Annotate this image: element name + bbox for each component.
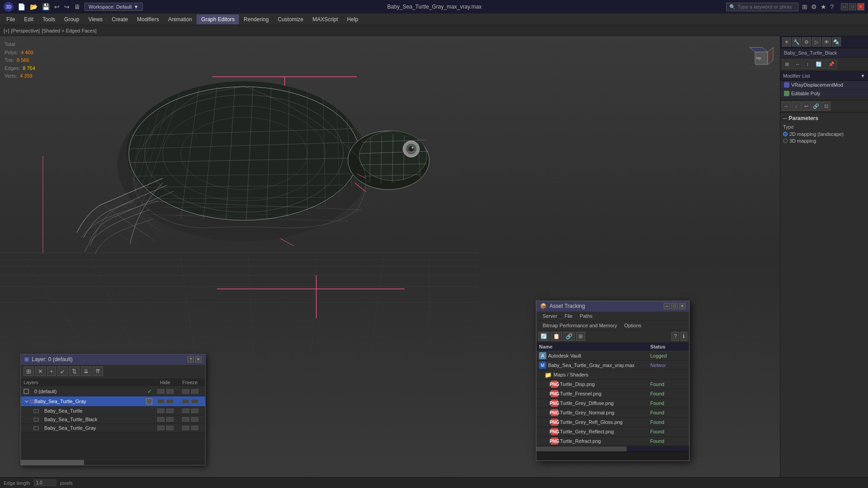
layer-tool-grid[interactable]: ⊞ <box>23 367 34 376</box>
menu-item-views[interactable]: Views <box>84 14 107 24</box>
asset-menu-server[interactable]: Server <box>539 312 561 320</box>
open-icon[interactable]: 📂 <box>28 2 39 11</box>
rp-mod-icon-2[interactable]: ↔ <box>793 60 803 69</box>
asset-restore-button[interactable]: □ <box>671 303 678 309</box>
layer-row-0[interactable]: 0 (default) ✓ <box>21 387 205 396</box>
freeze-box2[interactable] <box>191 409 198 413</box>
menu-item-create[interactable]: Create <box>107 14 132 24</box>
freeze-box2[interactable] <box>191 399 198 404</box>
layer-row-2[interactable]: Baby_Sea_Turtle <box>21 407 205 415</box>
rp-icon-modify[interactable]: 🔧 <box>792 37 801 46</box>
hide-box[interactable] <box>157 409 164 413</box>
rp-mod-icon-4[interactable]: 🔄 <box>813 60 825 69</box>
hide-box2[interactable] <box>166 399 174 404</box>
rp-icon-utilities[interactable]: 🔩 <box>832 37 841 46</box>
viewport[interactable]: Total Polys: 4 400 Tris: 8 566 Edges: 8 … <box>0 36 780 488</box>
params-collapse-icon[interactable]: ─ <box>783 115 787 121</box>
asset-row-refract[interactable]: PNG Turtle_Refract.png Found <box>536 437 689 446</box>
radio-3d-btn[interactable] <box>783 139 788 143</box>
undo-icon[interactable]: ↩ <box>53 2 61 11</box>
settings-icon[interactable]: ⚙ <box>810 2 818 11</box>
layer-scrollbar[interactable] <box>21 460 205 465</box>
asset-tool-1[interactable]: 🔄 <box>538 332 549 341</box>
radio-2d-btn[interactable] <box>783 132 788 136</box>
hide-box2[interactable] <box>166 417 174 422</box>
freeze-box[interactable] <box>182 409 189 413</box>
rp-icon-hierarchy[interactable]: ⚙ <box>802 37 811 46</box>
layer-tool-sort1[interactable]: ⇅ <box>69 367 80 376</box>
viewport-perspective[interactable]: [Perspective] <box>11 28 40 33</box>
asset-close-button[interactable]: ✕ <box>679 303 685 309</box>
asset-tool-2[interactable]: 📋 <box>551 332 562 341</box>
hide-box[interactable] <box>157 389 164 394</box>
modifier-list-dropdown[interactable]: Modifier List ▼ <box>780 71 868 81</box>
rp-bottom-icon-3[interactable]: ↩ <box>802 102 811 111</box>
menu-item-graph-editors[interactable]: Graph Editors <box>197 14 239 24</box>
asset-scrollbar[interactable] <box>536 446 689 451</box>
help-icon[interactable]: ? <box>829 2 835 11</box>
layer-tool-add[interactable]: + <box>47 367 56 376</box>
asset-tool-3[interactable]: 🔗 <box>563 332 575 341</box>
asset-tool-4[interactable]: ⊞ <box>576 332 585 341</box>
hide-box2[interactable] <box>166 409 174 413</box>
menu-item-rendering[interactable]: Rendering <box>239 14 273 24</box>
asset-row-normal[interactable]: PNG Turtle_Grey_Normal.png Found <box>536 408 689 418</box>
asset-row-reflgloss[interactable]: PNG Turtle_Grey_Refl_Gloss.png Found <box>536 418 689 427</box>
viewport-icon[interactable]: 🖥 <box>73 2 82 11</box>
modifier-vray[interactable]: VRayDisplacementMod <box>780 81 868 89</box>
menu-item-maxscript[interactable]: MAXScript <box>308 14 343 24</box>
freeze-box2[interactable] <box>191 426 198 430</box>
viewport-plus[interactable]: [+] <box>4 28 9 33</box>
rp-bottom-icon-1[interactable]: ↔ <box>782 102 791 111</box>
freeze-box[interactable] <box>182 426 189 430</box>
star-icon[interactable]: ★ <box>820 2 827 11</box>
menu-item-file[interactable]: File <box>2 14 19 24</box>
layer-close-button[interactable]: ✕ <box>195 356 202 363</box>
asset-row-disp[interactable]: PNG Turtle_Disp.png Found <box>536 380 689 389</box>
menu-item-animation[interactable]: Animation <box>164 14 197 24</box>
asset-row-fresnel[interactable]: PNG Turtle_Fresnel.png Found <box>536 389 689 399</box>
save-icon[interactable]: 💾 <box>41 2 51 11</box>
edge-length-input[interactable] <box>34 479 56 486</box>
hide-box[interactable] <box>157 399 164 404</box>
asset-row-max[interactable]: M Baby_Sea_Turtle_Gray_max_vray.max Netw… <box>536 361 689 370</box>
redo-icon[interactable]: ↪ <box>63 2 71 11</box>
freeze-box2[interactable] <box>191 389 198 394</box>
rp-mod-icon-1[interactable]: ⊞ <box>782 60 792 69</box>
modifier-editable-poly[interactable]: Editable Poly <box>780 89 868 98</box>
rp-icon-display[interactable]: 👁 <box>822 37 831 46</box>
maximize-button[interactable]: □ <box>849 3 856 10</box>
freeze-box2[interactable] <box>191 417 198 422</box>
menu-item-help[interactable]: Help <box>343 14 363 24</box>
rp-mod-icon-3[interactable]: ↕ <box>804 60 812 69</box>
asset-menu-file[interactable]: File <box>561 312 576 320</box>
hide-box[interactable] <box>157 417 164 422</box>
rp-bottom-icon-2[interactable]: ↕ <box>792 102 801 111</box>
rp-icon-motion[interactable]: ▷ <box>812 37 821 46</box>
layer-help-button[interactable]: ? <box>188 356 194 363</box>
rp-bottom-icon-5[interactable]: ⊡ <box>821 102 830 111</box>
freeze-box[interactable] <box>182 389 189 394</box>
menu-item-modifiers[interactable]: Modifiers <box>132 14 164 24</box>
layer-tool-delete[interactable]: ✕ <box>35 367 46 376</box>
asset-row-diffuse[interactable]: PNG Turtle_Grey_Diffuse.png Found <box>536 399 689 408</box>
search-input[interactable] <box>737 4 792 9</box>
layer-tool-sort3[interactable]: ⇈ <box>93 367 103 376</box>
asset-row-reflect[interactable]: PNG Turtle_Grey_Reflect.png Found <box>536 427 689 437</box>
menu-item-customize[interactable]: Customize <box>273 14 308 24</box>
menu-item-edit[interactable]: Edit <box>19 14 38 24</box>
workspace-button[interactable]: Workspace: Default ▼ <box>84 3 143 11</box>
viewport-shading[interactable]: [Shaded + Edged Faces] <box>42 28 96 33</box>
asset-menu-paths[interactable]: Paths <box>576 312 596 320</box>
layer-row-1-color[interactable] <box>146 398 152 404</box>
search-box[interactable]: 🔍 <box>726 3 798 11</box>
freeze-box[interactable] <box>182 417 189 422</box>
minimize-button[interactable]: ─ <box>841 3 848 10</box>
rp-icon-sun[interactable]: ☀ <box>782 37 791 46</box>
asset-row-vault[interactable]: A Autodesk Vault Logged <box>536 351 689 361</box>
asset-tool-help[interactable]: ? <box>671 332 679 341</box>
apps-icon[interactable]: ⊞ <box>801 2 808 11</box>
asset-submenu-bitmap[interactable]: Bitmap Performance and Memory <box>539 322 620 329</box>
viewport-gizmo[interactable]: top <box>746 43 773 70</box>
rp-bottom-icon-4[interactable]: 🔗 <box>812 102 821 111</box>
